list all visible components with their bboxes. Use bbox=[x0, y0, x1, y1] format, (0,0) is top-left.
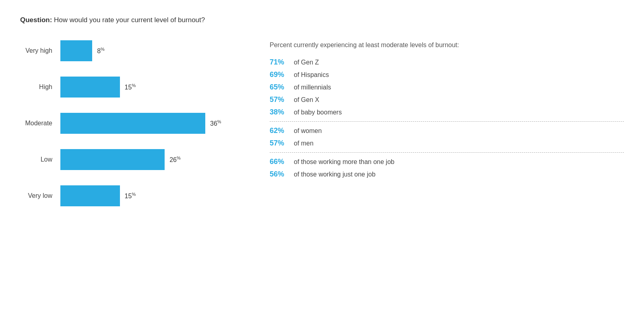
stats-list: 71%of Gen Z69%of Hispanics65%of millenni… bbox=[270, 58, 624, 179]
bar bbox=[60, 40, 92, 61]
bar-value: 8% bbox=[97, 47, 105, 55]
bar-row: Very high8% bbox=[20, 40, 246, 61]
stats-section: Percent currently experiencing at least … bbox=[270, 40, 624, 183]
stat-item: 38%of baby boomers bbox=[270, 108, 624, 116]
stat-label: of men bbox=[294, 140, 314, 147]
bar-value: 15% bbox=[125, 192, 136, 200]
stat-percent: 57% bbox=[270, 139, 294, 147]
bar bbox=[60, 77, 120, 98]
question: Question: How would you rate your curren… bbox=[20, 16, 624, 24]
stat-label: of those working more than one job bbox=[294, 158, 394, 166]
main-layout: Very high8%High15%Moderate36%Low26%Very … bbox=[20, 40, 624, 222]
stat-item: 56%of those working just one job bbox=[270, 170, 624, 179]
bar bbox=[60, 185, 120, 206]
stat-percent: 66% bbox=[270, 158, 294, 166]
bar-container: 8% bbox=[60, 40, 246, 61]
bar-label: Moderate bbox=[20, 120, 60, 127]
stat-label: of those working just one job bbox=[294, 171, 376, 178]
stat-percent: 56% bbox=[270, 170, 294, 179]
stat-percent: 38% bbox=[270, 108, 294, 116]
bar-row: High15% bbox=[20, 77, 246, 98]
stat-label: of millennials bbox=[294, 84, 331, 91]
bar-label: Very low bbox=[20, 192, 60, 199]
bar-label: Low bbox=[20, 156, 60, 163]
bar-container: 36% bbox=[60, 113, 246, 134]
bar-container: 15% bbox=[60, 185, 246, 206]
bar-label: High bbox=[20, 83, 60, 91]
question-text: How would you rate your current level of… bbox=[54, 16, 205, 24]
stat-label: of baby boomers bbox=[294, 109, 342, 116]
stat-percent: 62% bbox=[270, 127, 294, 135]
bar-row: Moderate36% bbox=[20, 113, 246, 134]
bar-row: Very low15% bbox=[20, 185, 246, 206]
bar-value: 36% bbox=[210, 119, 221, 127]
bar-container: 15% bbox=[60, 77, 246, 98]
stat-percent: 71% bbox=[270, 58, 294, 66]
stat-percent: 65% bbox=[270, 83, 294, 91]
stats-divider bbox=[270, 152, 624, 153]
stat-label: of Gen X bbox=[294, 96, 319, 104]
stat-label: of women bbox=[294, 127, 322, 135]
stats-divider bbox=[270, 121, 624, 122]
stats-description: Percent currently experiencing at least … bbox=[270, 40, 624, 50]
stat-label: of Hispanics bbox=[294, 71, 329, 79]
stat-item: 57%of Gen X bbox=[270, 95, 624, 104]
stat-item: 62%of women bbox=[270, 127, 624, 135]
stat-item: 65%of millennials bbox=[270, 83, 624, 91]
stat-item: 69%of Hispanics bbox=[270, 71, 624, 79]
stat-item: 57%of men bbox=[270, 139, 624, 147]
bar-value: 15% bbox=[125, 83, 136, 91]
question-prefix: Question: bbox=[20, 16, 52, 24]
bar-row: Low26% bbox=[20, 149, 246, 170]
stat-item: 71%of Gen Z bbox=[270, 58, 624, 66]
stat-item: 66%of those working more than one job bbox=[270, 158, 624, 166]
stat-label: of Gen Z bbox=[294, 59, 319, 66]
stat-percent: 57% bbox=[270, 95, 294, 104]
bar-label: Very high bbox=[20, 47, 60, 54]
bar bbox=[60, 113, 205, 134]
bar bbox=[60, 149, 165, 170]
bar-container: 26% bbox=[60, 149, 246, 170]
chart-section: Very high8%High15%Moderate36%Low26%Very … bbox=[20, 40, 246, 222]
stat-percent: 69% bbox=[270, 71, 294, 79]
bar-value: 26% bbox=[169, 156, 181, 164]
